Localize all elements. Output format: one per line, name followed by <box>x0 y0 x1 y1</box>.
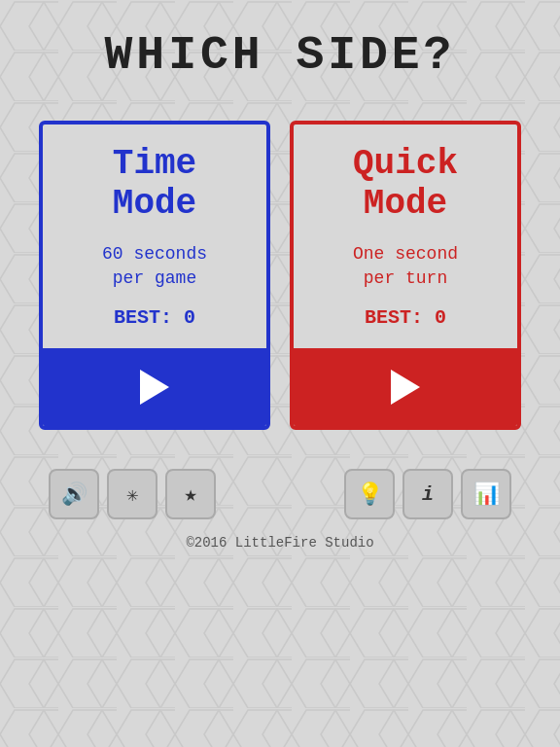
quick-mode-best: BEST: 0 <box>365 306 446 329</box>
chart-icon: 📊 <box>473 481 500 508</box>
time-mode-title: Time Mode <box>113 144 196 225</box>
quick-mode-title: Quick Mode <box>353 144 458 225</box>
quick-mode-body: Quick Mode One second per turn BEST: 0 <box>343 124 468 348</box>
brightness-button[interactable]: ✳ <box>107 469 158 519</box>
brightness-icon: ✳ <box>126 482 138 507</box>
time-mode-body: Time Mode 60 seconds per game BEST: 0 <box>92 124 217 348</box>
quick-mode-subtitle: One second per turn <box>353 242 458 291</box>
sound-icon: 🔊 <box>61 481 88 508</box>
page-title: WHICH SIDE? <box>105 29 456 82</box>
time-mode-card: Time Mode 60 seconds per game BEST: 0 <box>39 121 270 430</box>
quick-mode-card: Quick Mode One second per turn BEST: 0 <box>290 121 521 430</box>
info-button[interactable]: i <box>402 469 453 519</box>
info-icon: i <box>422 483 434 506</box>
chart-button[interactable]: 📊 <box>461 469 511 519</box>
main-content: WHICH SIDE? Time Mode 60 seconds per gam… <box>0 0 560 747</box>
bottom-toolbar: 🔊 ✳ ★ 💡 i 📊 <box>39 469 521 519</box>
quick-mode-play-button[interactable] <box>294 348 517 426</box>
footer-credit: ©2016 LittleFire Studio <box>186 535 373 551</box>
time-mode-subtitle: 60 seconds per game <box>102 242 207 291</box>
time-mode-best: BEST: 0 <box>114 306 195 329</box>
time-mode-play-button[interactable] <box>43 348 266 426</box>
play-icon-red <box>391 370 420 405</box>
cards-container: Time Mode 60 seconds per game BEST: 0 Qu… <box>39 121 521 430</box>
left-icon-group: 🔊 ✳ ★ <box>49 469 216 519</box>
right-icon-group: 💡 i 📊 <box>344 469 511 519</box>
play-icon <box>140 370 169 405</box>
lightbulb-icon: 💡 <box>357 481 383 508</box>
star-button[interactable]: ★ <box>165 469 216 519</box>
star-icon: ★ <box>184 481 196 508</box>
lightbulb-button[interactable]: 💡 <box>344 469 395 519</box>
sound-button[interactable]: 🔊 <box>49 469 99 519</box>
